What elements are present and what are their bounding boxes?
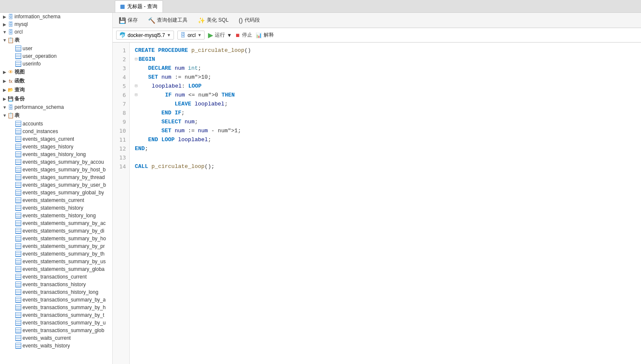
- category-orcl-tables[interactable]: ▼ 📋 表: [0, 36, 112, 45]
- sidebar-item-events_waits_history[interactable]: events_waits_history: [0, 342, 112, 350]
- sidebar-item-events_statements_summary_by_di[interactable]: events_statements_summary_by_di: [0, 227, 112, 235]
- code-line-10: SET num := num - num">1;: [135, 126, 636, 135]
- expand-arrow-information-schema[interactable]: ▶: [2, 14, 8, 19]
- sidebar-item-user[interactable]: user: [0, 45, 112, 52]
- run-icon: ▶: [208, 31, 213, 39]
- line-number-7: 7: [113, 100, 129, 108]
- toolbar: 💾 保存 🔨 查询创建工具 ✨ 美化 SQL () 代码段: [113, 13, 641, 28]
- category-orcl-backup[interactable]: ▶ 💾 备份: [0, 94, 112, 103]
- sidebar-item-events_transactions_current[interactable]: events_transactions_current: [0, 273, 112, 281]
- sidebar-item-events_stages_history[interactable]: events_stages_history: [0, 143, 112, 151]
- sidebar-item-mysql[interactable]: ▶ 🗄 mysql: [0, 20, 112, 28]
- line-number-13: 13: [113, 153, 129, 162]
- sidebar-item-userinfo[interactable]: userinfo: [0, 60, 112, 68]
- code-content[interactable]: CREATE PROCEDURE p_circulate_loop()⊟BEGI…: [130, 43, 641, 364]
- perf-tables-label: 表: [14, 112, 20, 119]
- run-button[interactable]: ▶ 运行 ▼: [208, 31, 232, 39]
- sidebar-item-events_stages_summary_by_thread[interactable]: events_stages_summary_by_thread: [0, 173, 112, 181]
- fold-mark-5[interactable]: ⊟: [135, 82, 138, 91]
- stop-button[interactable]: ⏹ 停止: [235, 31, 252, 39]
- beautify-label: 美化 SQL: [207, 17, 228, 24]
- table-icon: [15, 128, 21, 134]
- sidebar-item-events_statements_summary_globa[interactable]: events_statements_summary_globa: [0, 265, 112, 273]
- database-select[interactable]: 🗄 orcl ▼: [177, 31, 205, 40]
- explain-button[interactable]: 📊 解释: [256, 31, 274, 39]
- beautify-button[interactable]: ✨ 美化 SQL: [195, 16, 231, 25]
- sidebar-item-events_statements_summary_by_ac[interactable]: events_statements_summary_by_ac: [0, 219, 112, 227]
- sidebar-item-events_transactions_summary_by_h[interactable]: events_transactions_summary_by_h: [0, 304, 112, 311]
- category-perf-tables[interactable]: ▼ 📋 表: [0, 111, 112, 120]
- sidebar-item-events_stages_summary_global_by[interactable]: events_stages_summary_global_by: [0, 189, 112, 196]
- sidebar-item-events_transactions_summary_by_a[interactable]: events_transactions_summary_by_a: [0, 296, 112, 304]
- query-tab[interactable]: 无标题 - 查询: [115, 0, 163, 12]
- table-icon: [15, 259, 21, 264]
- code-snippet-icon: (): [239, 17, 242, 24]
- sidebar-item-events_transactions_summary_glob[interactable]: events_transactions_summary_glob: [0, 327, 112, 334]
- sidebar-item-events_transactions_summary_by_u[interactable]: events_transactions_summary_by_u: [0, 319, 112, 327]
- explain-icon: 📊: [256, 32, 262, 38]
- expand-arrow-orcl-views[interactable]: ▶: [2, 70, 8, 74]
- sidebar-item-events_stages_summary_by_accou[interactable]: events_stages_summary_by_accou: [0, 158, 112, 166]
- sidebar-text-user-operation: user_operation: [23, 53, 57, 59]
- expand-arrow-orcl-backup[interactable]: ▶: [2, 97, 8, 101]
- sidebar-text-userinfo: userinfo: [23, 61, 41, 67]
- table-icon: [15, 251, 21, 257]
- code-line-9: SELECT num;: [135, 117, 636, 126]
- save-button[interactable]: 💾 保存: [116, 16, 140, 25]
- expand-arrow-orcl-tables[interactable]: ▼: [2, 38, 8, 43]
- sidebar-item-events_stages_summary_by_host_b[interactable]: events_stages_summary_by_host_b: [0, 166, 112, 173]
- code-snippet-button[interactable]: () 代码段: [236, 16, 262, 25]
- query-builder-button[interactable]: 🔨 查询创建工具: [145, 16, 190, 25]
- sidebar-item-events_transactions_history_long[interactable]: events_transactions_history_long: [0, 288, 112, 296]
- sidebar-item-events_transactions_history[interactable]: events_transactions_history: [0, 281, 112, 288]
- sidebar-item-orcl[interactable]: ▼ 🗄 orcl: [0, 28, 112, 36]
- sidebar-item-information-schema[interactable]: ▶ 🗄 information_schema: [0, 13, 112, 20]
- sidebar-item-events_statements_history_long[interactable]: events_statements_history_long: [0, 212, 112, 219]
- sidebar-item-events_statements_history[interactable]: events_statements_history: [0, 204, 112, 212]
- table-icon: [15, 320, 21, 326]
- table-icon: [15, 335, 21, 341]
- sidebar-item-user-operation[interactable]: user_operation: [0, 52, 112, 60]
- category-orcl-views[interactable]: ▶ 👁 视图: [0, 68, 112, 77]
- sidebar-item-events_statements_summary_by_pr[interactable]: events_statements_summary_by_pr: [0, 242, 112, 250]
- sidebar-item-events_stages_current[interactable]: events_stages_current: [0, 135, 112, 143]
- sidebar-item-events_statements_summary_by_us[interactable]: events_statements_summary_by_us: [0, 258, 112, 265]
- sidebar-item-events_stages_history_long[interactable]: events_stages_history_long: [0, 151, 112, 158]
- fold-mark-6[interactable]: ⊟: [135, 91, 138, 100]
- line-number-10: 10: [113, 126, 129, 135]
- run-dropdown-arrow: ▼: [227, 32, 232, 38]
- fold-mark-2[interactable]: ⊟: [135, 55, 138, 64]
- table-icon: [15, 297, 21, 303]
- beautify-icon: ✨: [198, 17, 205, 24]
- line-number-2: 2: [113, 55, 129, 64]
- expand-arrow-mysql[interactable]: ▶: [2, 22, 8, 27]
- sidebar-item-events_statements_summary_by_th[interactable]: events_statements_summary_by_th: [0, 250, 112, 258]
- line-number-3: 3: [113, 64, 129, 73]
- expand-arrow-perf-tables[interactable]: ▼: [2, 113, 8, 118]
- table-icon: [15, 197, 21, 203]
- db-icon-information-schema: 🗄: [8, 14, 14, 20]
- sidebar-item-accounts[interactable]: accounts: [0, 120, 112, 128]
- sidebar-item-events_statements_summary_by_ho[interactable]: events_statements_summary_by_ho: [0, 235, 112, 242]
- table-icon: [15, 190, 21, 196]
- table-icon-user-operation: [15, 53, 21, 59]
- expand-arrow-performance-schema[interactable]: ▼: [2, 105, 8, 110]
- connection-select[interactable]: 🐬 docker-mysql5.7 ▼: [116, 31, 174, 40]
- expand-arrow-orcl-queries[interactable]: ▶: [2, 88, 8, 92]
- sidebar-item-events_transactions_summary_by_t[interactable]: events_transactions_summary_by_t: [0, 311, 112, 319]
- code-editor[interactable]: 1234567891011121314 CREATE PROCEDURE p_c…: [113, 43, 641, 364]
- sidebar-item-performance-schema[interactable]: ▼ 🗄 performance_schema: [0, 103, 112, 111]
- table-icon: [15, 243, 21, 249]
- sidebar-item-events_waits_current[interactable]: events_waits_current: [0, 334, 112, 342]
- sidebar-item-events_stages_summary_by_user_b[interactable]: events_stages_summary_by_user_b: [0, 181, 112, 189]
- code-snippet-label: 代码段: [245, 17, 260, 24]
- category-orcl-functions[interactable]: ▶ fx 函数: [0, 77, 112, 85]
- sidebar-item-cond_instances[interactable]: cond_instances: [0, 128, 112, 135]
- code-line-13: [135, 153, 636, 162]
- category-orcl-queries[interactable]: ▶ 📂 查询: [0, 85, 112, 94]
- sidebar-item-events_statements_current[interactable]: events_statements_current: [0, 196, 112, 204]
- expand-arrow-orcl-functions[interactable]: ▶: [2, 79, 8, 83]
- table-icon: [15, 266, 21, 272]
- expand-arrow-orcl[interactable]: ▼: [2, 30, 8, 34]
- folder-icon-orcl-tables: 📋: [8, 37, 14, 43]
